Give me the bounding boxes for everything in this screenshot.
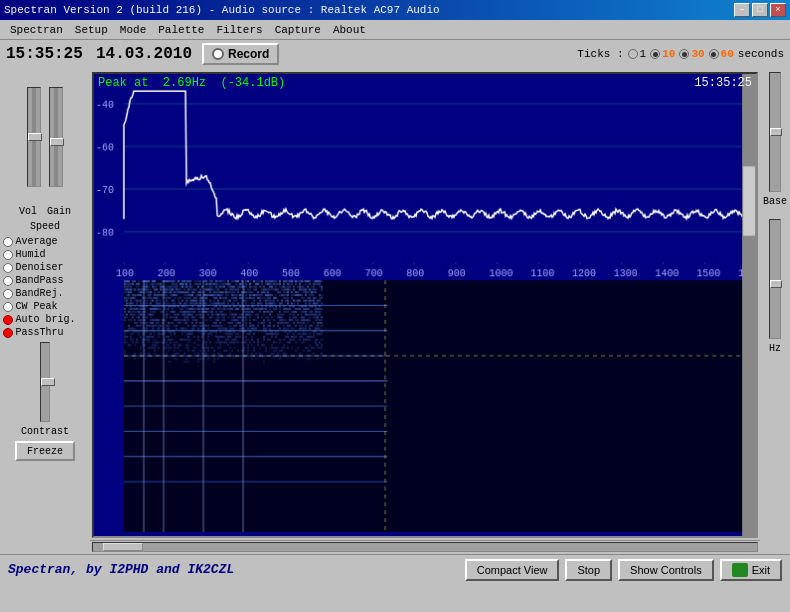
average-label: Average (16, 236, 58, 247)
denoiser-label: Denoiser (16, 262, 64, 273)
menu-spectran[interactable]: Spectran (4, 23, 69, 37)
tick-60-label: 60 (721, 48, 734, 60)
tick-1-radio[interactable]: 1 (628, 48, 647, 60)
close-button[interactable]: × (770, 3, 786, 17)
record-button[interactable]: Record (202, 43, 279, 65)
menu-mode[interactable]: Mode (114, 23, 152, 37)
autobrig-radio[interactable] (3, 315, 13, 325)
bandrej-radio[interactable] (3, 289, 13, 299)
record-circle-icon (212, 48, 224, 60)
humid-label: Humid (16, 249, 46, 260)
h-scroll-thumb[interactable] (103, 543, 143, 551)
mode-passthru[interactable]: PassThru (3, 327, 88, 338)
base-thumb[interactable] (770, 128, 782, 136)
date-display: 14.03.2010 (94, 45, 194, 63)
gain-track (54, 88, 58, 186)
exit-button[interactable]: Exit (720, 559, 782, 581)
bandrej-label: BandRej. (16, 288, 64, 299)
tick-30-radio[interactable]: 30 (679, 48, 704, 60)
mode-autobrig[interactable]: Auto brig. (3, 314, 88, 325)
right-panel: Base Hz (760, 68, 790, 554)
gain-thumb[interactable] (50, 138, 64, 146)
mode-list: Average Humid Denoiser BandPass BandRej.… (3, 236, 88, 338)
tick-30-dot (679, 49, 689, 59)
compact-view-button[interactable]: Compact View (465, 559, 560, 581)
contrast-slider[interactable] (40, 342, 50, 422)
h-scrollbar[interactable] (92, 542, 758, 552)
stop-button[interactable]: Stop (565, 559, 612, 581)
denoiser-radio[interactable] (3, 263, 13, 273)
status-buttons: Compact View Stop Show Controls Exit (465, 559, 782, 581)
mode-bandrej[interactable]: BandRej. (3, 288, 88, 299)
hz-label: Hz (769, 343, 781, 354)
bandpass-label: BandPass (16, 275, 64, 286)
menu-palette[interactable]: Palette (152, 23, 210, 37)
tick-60-radio[interactable]: 60 (709, 48, 734, 60)
menu-capture[interactable]: Capture (269, 23, 327, 37)
passthru-radio[interactable] (3, 328, 13, 338)
tick-10-dot (650, 49, 660, 59)
tick-30-label: 30 (691, 48, 704, 60)
menu-filters[interactable]: Filters (210, 23, 268, 37)
spectrum-canvas (94, 74, 756, 536)
freeze-label: Freeze (27, 446, 63, 457)
vol-thumb[interactable] (28, 133, 42, 141)
ticks-section: Ticks : 1 10 30 60 seconds (577, 48, 784, 60)
mode-denoiser[interactable]: Denoiser (3, 262, 88, 273)
menu-setup[interactable]: Setup (69, 23, 114, 37)
status-bar: Spectran, by I2PHD and IK2CZL Compact Vi… (0, 554, 790, 584)
cwpeak-label: CW Peak (16, 301, 58, 312)
left-panel: Vol Gain Speed Average Humid Denoiser Ba… (0, 68, 90, 554)
vol-gain-labels: Vol Gain (19, 206, 71, 217)
peak-freq: 2.69Hz (163, 76, 206, 90)
record-label: Record (228, 47, 269, 61)
menu-about[interactable]: About (327, 23, 372, 37)
freeze-button[interactable]: Freeze (15, 441, 75, 461)
mode-cwpeak[interactable]: CW Peak (3, 301, 88, 312)
tick-10-radio[interactable]: 10 (650, 48, 675, 60)
stop-label: Stop (577, 564, 600, 576)
tick-1-label: 1 (640, 48, 647, 60)
minimize-button[interactable]: – (734, 3, 750, 17)
tick-10-label: 10 (662, 48, 675, 60)
mode-humid[interactable]: Humid (3, 249, 88, 260)
base-label: Base (763, 196, 787, 207)
tick-60-dot (709, 49, 719, 59)
bottom-controls: Contrast Freeze (3, 342, 88, 461)
contrast-thumb[interactable] (41, 378, 55, 386)
exit-icon (732, 563, 748, 577)
exit-label: Exit (752, 564, 770, 576)
cwpeak-radio[interactable] (3, 302, 13, 312)
title-text: Spectran Version 2 (build 216) - Audio s… (4, 4, 440, 16)
humid-radio[interactable] (3, 250, 13, 260)
peak-label: Peak at (98, 76, 148, 90)
spectrum-area[interactable]: Peak at 2.69Hz (-34.1dB) 15:35:25 (92, 72, 758, 538)
show-controls-button[interactable]: Show Controls (618, 559, 714, 581)
menu-bar: Spectran Setup Mode Palette Filters Capt… (0, 20, 790, 40)
contrast-label: Contrast (21, 426, 69, 437)
hz-slider[interactable] (769, 219, 781, 339)
bandpass-radio[interactable] (3, 276, 13, 286)
speed-label: Speed (30, 221, 60, 232)
title-bar-controls: – □ × (734, 3, 786, 17)
ticks-label: Ticks : (577, 48, 623, 60)
autobrig-label: Auto brig. (16, 314, 76, 325)
vol-gain-sliders (27, 72, 63, 202)
maximize-button[interactable]: □ (752, 3, 768, 17)
passthru-label: PassThru (16, 327, 64, 338)
mode-average[interactable]: Average (3, 236, 88, 247)
spectrum-time: 15:35:25 (694, 76, 752, 90)
gain-label: Gain (47, 206, 71, 217)
scroll-area[interactable] (90, 540, 760, 552)
gain-slider[interactable] (49, 87, 63, 187)
show-controls-label: Show Controls (630, 564, 702, 576)
average-radio[interactable] (3, 237, 13, 247)
main-content: Vol Gain Speed Average Humid Denoiser Ba… (0, 68, 790, 554)
peak-info: Peak at 2.69Hz (-34.1dB) (98, 76, 285, 90)
hz-thumb[interactable] (770, 280, 782, 288)
vol-slider[interactable] (27, 87, 41, 187)
mode-bandpass[interactable]: BandPass (3, 275, 88, 286)
time-display: 15:35:25 (6, 45, 86, 63)
base-slider[interactable] (769, 72, 781, 192)
title-bar: Spectran Version 2 (build 216) - Audio s… (0, 0, 790, 20)
